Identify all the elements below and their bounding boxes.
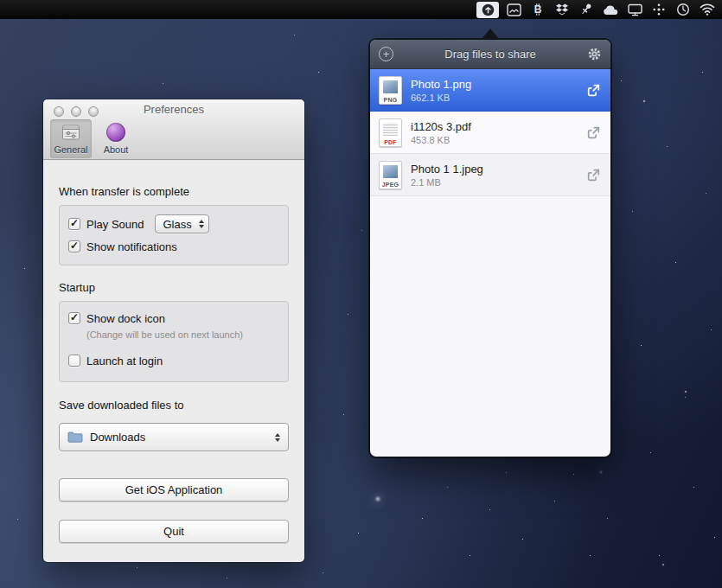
save-section-heading: Save downloaded files to — [59, 399, 184, 412]
folder-icon — [67, 431, 83, 443]
pdf-file-icon: PDF — [379, 118, 402, 147]
file-row[interactable]: PNG Photo 1.png 662.1 KB — [370, 69, 610, 112]
photos-menu-icon[interactable] — [502, 0, 526, 19]
preferences-window: Preferences General About When transfer … — [43, 99, 304, 562]
clock-menu-icon[interactable] — [671, 0, 695, 19]
sound-popup[interactable]: Glass — [155, 214, 209, 233]
file-row[interactable]: PDF i1120s 3.pdf 453.8 KB — [370, 112, 610, 154]
check-mark-icon: ✓ — [70, 312, 79, 323]
title-bar: Preferences General About — [43, 99, 304, 160]
display-menu-icon[interactable] — [623, 0, 647, 19]
startup-group-box: ✓ Show dock icon (Change will be used on… — [59, 301, 289, 382]
about-icon — [105, 121, 127, 143]
file-type-badge: JPEG — [380, 182, 401, 188]
file-name: i1120s 3.pdf — [411, 120, 471, 133]
transfer-group-box: ✓ Play Sound Glass ✓ Show notifications — [59, 205, 289, 265]
cloud-menu-icon[interactable] — [598, 0, 623, 19]
file-row[interactable]: JPEG Photo 1 1.jpeg 2.1 MB — [370, 154, 610, 196]
launch-at-login-checkbox[interactable] — [68, 355, 80, 367]
toolbar-item-general[interactable]: General — [50, 119, 92, 158]
general-icon — [61, 121, 82, 143]
file-name: Photo 1 1.jpeg — [411, 163, 483, 176]
dropbox-menu-icon[interactable] — [550, 0, 574, 19]
popup-arrows-icon — [275, 433, 280, 442]
file-size: 2.1 MB — [411, 177, 483, 188]
file-name: Photo 1.png — [411, 78, 471, 91]
toolbar-label: About — [104, 144, 129, 155]
dots-menu-icon[interactable] — [647, 0, 671, 19]
toolbar-label: General — [54, 144, 87, 155]
check-mark-icon: ✓ — [70, 218, 79, 228]
popup-arrows-icon — [199, 220, 204, 228]
toolbar-item-about[interactable]: About — [95, 119, 137, 158]
play-sound-checkbox[interactable]: ✓ — [68, 218, 80, 230]
show-dock-icon-label: Show dock icon — [86, 312, 165, 325]
plus-icon: + — [383, 48, 390, 60]
file-list: PNG Photo 1.png 662.1 KB PDF i1120s 3.pd… — [370, 69, 610, 196]
sound-popup-value: Glass — [163, 218, 192, 231]
popover-title: Drag files to share — [370, 48, 610, 61]
gear-icon — [587, 47, 602, 61]
jpeg-file-icon: JPEG — [379, 161, 402, 189]
show-notifications-label: Show notifications — [86, 240, 177, 253]
share-popover: + Drag files to share PNG Photo 1.png 66… — [370, 40, 610, 457]
share-icon — [585, 82, 602, 99]
menu-bar: B — [0, 0, 722, 19]
launch-at-login-label: Launch at login — [86, 355, 163, 368]
file-size: 453.8 KB — [411, 135, 471, 145]
dock-change-note: (Change will be used on next launch) — [86, 329, 279, 340]
quit-button[interactable]: Quit — [59, 520, 289, 543]
check-mark-icon: ✓ — [70, 240, 79, 251]
bitcoin-menu-icon[interactable]: B — [526, 0, 550, 19]
share-button[interactable] — [585, 167, 602, 183]
svg-text:B: B — [534, 3, 542, 16]
file-size: 662.1 KB — [411, 93, 471, 103]
share-app-menu-icon[interactable] — [476, 2, 499, 18]
window-title: Preferences — [43, 103, 304, 116]
pin-menu-icon[interactable] — [574, 0, 598, 19]
share-icon — [585, 167, 602, 183]
startup-section-heading: Startup — [59, 281, 95, 294]
save-folder-value: Downloads — [90, 431, 145, 444]
popover-arrow — [481, 29, 500, 40]
show-notifications-checkbox[interactable]: ✓ — [68, 240, 80, 252]
share-button[interactable] — [585, 125, 602, 141]
wifi-menu-icon[interactable] — [695, 0, 719, 19]
prefs-toolbar: General About — [50, 119, 137, 158]
add-files-button[interactable]: + — [379, 47, 393, 61]
transfer-section-heading: When transfer is complete — [59, 185, 189, 198]
get-ios-application-button[interactable]: Get iOS Application — [59, 478, 289, 502]
share-icon — [585, 125, 602, 141]
png-file-icon: PNG — [379, 76, 402, 105]
show-dock-icon-checkbox[interactable]: ✓ — [68, 312, 80, 324]
popover-header: + Drag files to share — [370, 40, 610, 69]
file-type-badge: PDF — [380, 139, 401, 145]
save-folder-popup[interactable]: Downloads — [59, 423, 289, 451]
share-button[interactable] — [585, 82, 602, 99]
prefs-content: When transfer is complete ✓ Play Sound G… — [43, 160, 304, 562]
settings-gear-button[interactable] — [587, 47, 602, 61]
play-sound-label: Play Sound — [86, 218, 144, 231]
file-type-badge: PNG — [380, 97, 401, 103]
